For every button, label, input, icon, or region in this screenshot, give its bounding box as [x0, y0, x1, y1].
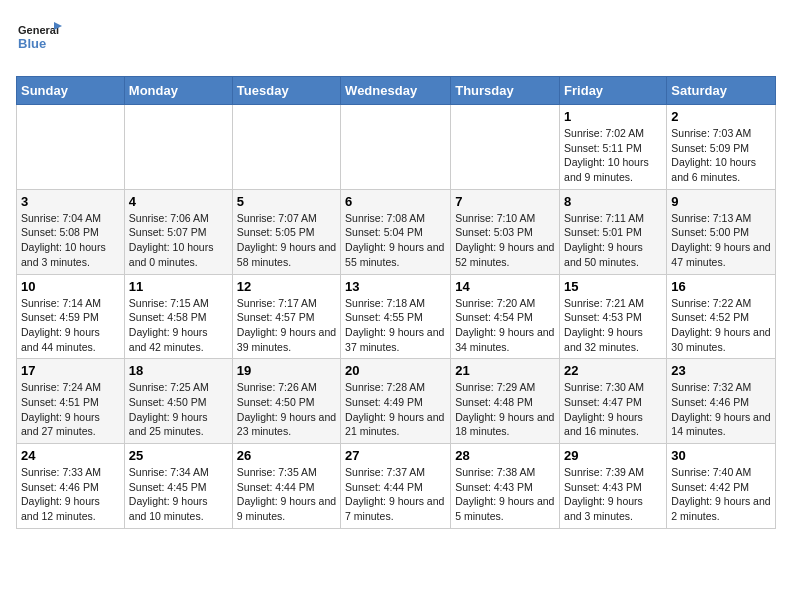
day-info: Sunrise: 7:10 AM Sunset: 5:03 PM Dayligh…: [455, 211, 555, 270]
calendar-cell: 2Sunrise: 7:03 AM Sunset: 5:09 PM Daylig…: [667, 105, 776, 190]
day-info: Sunrise: 7:32 AM Sunset: 4:46 PM Dayligh…: [671, 380, 771, 439]
day-header-tuesday: Tuesday: [232, 77, 340, 105]
calendar-cell: 25Sunrise: 7:34 AM Sunset: 4:45 PM Dayli…: [124, 444, 232, 529]
day-info: Sunrise: 7:11 AM Sunset: 5:01 PM Dayligh…: [564, 211, 662, 270]
calendar-header-row: SundayMondayTuesdayWednesdayThursdayFrid…: [17, 77, 776, 105]
day-number: 7: [455, 194, 555, 209]
calendar-cell: 14Sunrise: 7:20 AM Sunset: 4:54 PM Dayli…: [451, 274, 560, 359]
day-number: 30: [671, 448, 771, 463]
day-number: 22: [564, 363, 662, 378]
day-header-monday: Monday: [124, 77, 232, 105]
calendar-cell: 22Sunrise: 7:30 AM Sunset: 4:47 PM Dayli…: [560, 359, 667, 444]
calendar-cell: 21Sunrise: 7:29 AM Sunset: 4:48 PM Dayli…: [451, 359, 560, 444]
calendar-cell: 19Sunrise: 7:26 AM Sunset: 4:50 PM Dayli…: [232, 359, 340, 444]
day-info: Sunrise: 7:35 AM Sunset: 4:44 PM Dayligh…: [237, 465, 336, 524]
calendar-cell: 28Sunrise: 7:38 AM Sunset: 4:43 PM Dayli…: [451, 444, 560, 529]
day-info: Sunrise: 7:24 AM Sunset: 4:51 PM Dayligh…: [21, 380, 120, 439]
day-number: 18: [129, 363, 228, 378]
calendar-table: SundayMondayTuesdayWednesdayThursdayFrid…: [16, 76, 776, 529]
calendar-cell: 1Sunrise: 7:02 AM Sunset: 5:11 PM Daylig…: [560, 105, 667, 190]
day-info: Sunrise: 7:18 AM Sunset: 4:55 PM Dayligh…: [345, 296, 446, 355]
calendar-cell: 18Sunrise: 7:25 AM Sunset: 4:50 PM Dayli…: [124, 359, 232, 444]
header: General Blue: [16, 16, 776, 64]
day-info: Sunrise: 7:08 AM Sunset: 5:04 PM Dayligh…: [345, 211, 446, 270]
day-info: Sunrise: 7:25 AM Sunset: 4:50 PM Dayligh…: [129, 380, 228, 439]
calendar-cell: 10Sunrise: 7:14 AM Sunset: 4:59 PM Dayli…: [17, 274, 125, 359]
day-info: Sunrise: 7:17 AM Sunset: 4:57 PM Dayligh…: [237, 296, 336, 355]
day-info: Sunrise: 7:26 AM Sunset: 4:50 PM Dayligh…: [237, 380, 336, 439]
day-info: Sunrise: 7:14 AM Sunset: 4:59 PM Dayligh…: [21, 296, 120, 355]
day-info: Sunrise: 7:34 AM Sunset: 4:45 PM Dayligh…: [129, 465, 228, 524]
day-number: 4: [129, 194, 228, 209]
calendar-cell: [451, 105, 560, 190]
day-number: 3: [21, 194, 120, 209]
calendar-cell: 29Sunrise: 7:39 AM Sunset: 4:43 PM Dayli…: [560, 444, 667, 529]
day-number: 24: [21, 448, 120, 463]
day-info: Sunrise: 7:03 AM Sunset: 5:09 PM Dayligh…: [671, 126, 771, 185]
day-info: Sunrise: 7:22 AM Sunset: 4:52 PM Dayligh…: [671, 296, 771, 355]
calendar-cell: 12Sunrise: 7:17 AM Sunset: 4:57 PM Dayli…: [232, 274, 340, 359]
day-number: 1: [564, 109, 662, 124]
day-number: 13: [345, 279, 446, 294]
day-info: Sunrise: 7:02 AM Sunset: 5:11 PM Dayligh…: [564, 126, 662, 185]
day-info: Sunrise: 7:37 AM Sunset: 4:44 PM Dayligh…: [345, 465, 446, 524]
week-row-1: 1Sunrise: 7:02 AM Sunset: 5:11 PM Daylig…: [17, 105, 776, 190]
day-number: 2: [671, 109, 771, 124]
day-info: Sunrise: 7:13 AM Sunset: 5:00 PM Dayligh…: [671, 211, 771, 270]
calendar-cell: 26Sunrise: 7:35 AM Sunset: 4:44 PM Dayli…: [232, 444, 340, 529]
week-row-2: 3Sunrise: 7:04 AM Sunset: 5:08 PM Daylig…: [17, 189, 776, 274]
day-number: 19: [237, 363, 336, 378]
calendar-cell: 24Sunrise: 7:33 AM Sunset: 4:46 PM Dayli…: [17, 444, 125, 529]
week-row-5: 24Sunrise: 7:33 AM Sunset: 4:46 PM Dayli…: [17, 444, 776, 529]
calendar-cell: [341, 105, 451, 190]
day-number: 10: [21, 279, 120, 294]
calendar-cell: 16Sunrise: 7:22 AM Sunset: 4:52 PM Dayli…: [667, 274, 776, 359]
day-number: 5: [237, 194, 336, 209]
day-number: 11: [129, 279, 228, 294]
calendar-cell: 7Sunrise: 7:10 AM Sunset: 5:03 PM Daylig…: [451, 189, 560, 274]
week-row-3: 10Sunrise: 7:14 AM Sunset: 4:59 PM Dayli…: [17, 274, 776, 359]
calendar-cell: [17, 105, 125, 190]
day-info: Sunrise: 7:06 AM Sunset: 5:07 PM Dayligh…: [129, 211, 228, 270]
calendar-cell: 11Sunrise: 7:15 AM Sunset: 4:58 PM Dayli…: [124, 274, 232, 359]
day-number: 29: [564, 448, 662, 463]
day-number: 9: [671, 194, 771, 209]
day-info: Sunrise: 7:33 AM Sunset: 4:46 PM Dayligh…: [21, 465, 120, 524]
week-row-4: 17Sunrise: 7:24 AM Sunset: 4:51 PM Dayli…: [17, 359, 776, 444]
day-header-friday: Friday: [560, 77, 667, 105]
calendar-cell: 15Sunrise: 7:21 AM Sunset: 4:53 PM Dayli…: [560, 274, 667, 359]
day-info: Sunrise: 7:07 AM Sunset: 5:05 PM Dayligh…: [237, 211, 336, 270]
day-header-wednesday: Wednesday: [341, 77, 451, 105]
calendar-cell: 3Sunrise: 7:04 AM Sunset: 5:08 PM Daylig…: [17, 189, 125, 274]
calendar-cell: [232, 105, 340, 190]
day-number: 14: [455, 279, 555, 294]
day-number: 16: [671, 279, 771, 294]
calendar-cell: 9Sunrise: 7:13 AM Sunset: 5:00 PM Daylig…: [667, 189, 776, 274]
day-number: 17: [21, 363, 120, 378]
day-number: 12: [237, 279, 336, 294]
day-info: Sunrise: 7:15 AM Sunset: 4:58 PM Dayligh…: [129, 296, 228, 355]
day-number: 25: [129, 448, 228, 463]
calendar-cell: 20Sunrise: 7:28 AM Sunset: 4:49 PM Dayli…: [341, 359, 451, 444]
calendar-cell: 13Sunrise: 7:18 AM Sunset: 4:55 PM Dayli…: [341, 274, 451, 359]
day-number: 20: [345, 363, 446, 378]
calendar-cell: 17Sunrise: 7:24 AM Sunset: 4:51 PM Dayli…: [17, 359, 125, 444]
day-info: Sunrise: 7:21 AM Sunset: 4:53 PM Dayligh…: [564, 296, 662, 355]
day-info: Sunrise: 7:38 AM Sunset: 4:43 PM Dayligh…: [455, 465, 555, 524]
day-info: Sunrise: 7:28 AM Sunset: 4:49 PM Dayligh…: [345, 380, 446, 439]
day-number: 28: [455, 448, 555, 463]
logo: General Blue: [16, 16, 64, 64]
day-info: Sunrise: 7:04 AM Sunset: 5:08 PM Dayligh…: [21, 211, 120, 270]
calendar-cell: [124, 105, 232, 190]
logo-svg: General Blue: [16, 16, 64, 64]
day-number: 23: [671, 363, 771, 378]
day-info: Sunrise: 7:20 AM Sunset: 4:54 PM Dayligh…: [455, 296, 555, 355]
calendar-cell: 8Sunrise: 7:11 AM Sunset: 5:01 PM Daylig…: [560, 189, 667, 274]
calendar-cell: 23Sunrise: 7:32 AM Sunset: 4:46 PM Dayli…: [667, 359, 776, 444]
day-info: Sunrise: 7:30 AM Sunset: 4:47 PM Dayligh…: [564, 380, 662, 439]
day-header-saturday: Saturday: [667, 77, 776, 105]
day-number: 15: [564, 279, 662, 294]
day-number: 26: [237, 448, 336, 463]
day-number: 21: [455, 363, 555, 378]
svg-text:General: General: [18, 24, 59, 36]
